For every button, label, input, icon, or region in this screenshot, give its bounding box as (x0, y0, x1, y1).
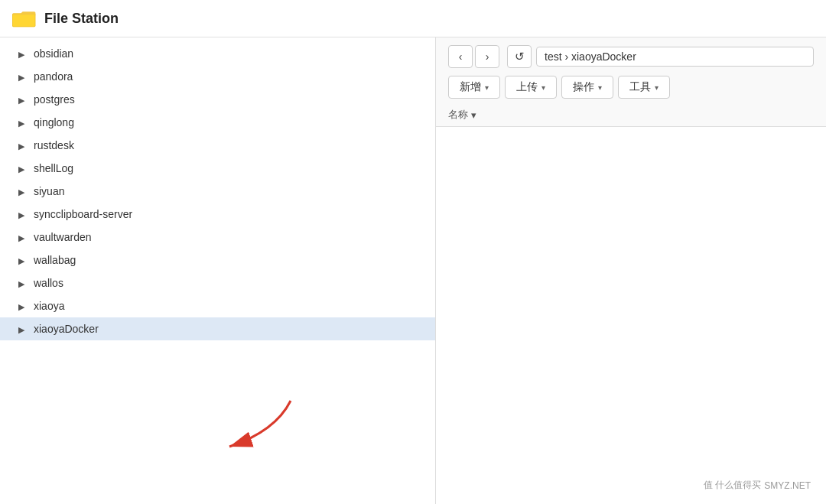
sidebar-expand-arrow: ▶ (18, 279, 26, 287)
sidebar-expand-arrow: ▶ (18, 210, 26, 218)
sidebar-item-postgres[interactable]: ▶postgres (0, 88, 435, 111)
folder-icon (12, 8, 37, 29)
sidebar-expand-arrow: ▶ (18, 50, 26, 57)
back-button[interactable]: ‹ (448, 45, 473, 68)
sidebar-item-wallos[interactable]: ▶wallos (0, 272, 435, 294)
sidebar-item-label: wallabag (34, 254, 76, 266)
main-layout: ▶obsidian▶pandora▶postgres▶qinglong▶rust… (0, 37, 826, 504)
action-button[interactable]: 操作 ▾ (561, 76, 613, 99)
tools-button[interactable]: 工具 ▾ (618, 76, 670, 99)
sidebar-item-label: qinglong (34, 116, 74, 128)
sidebar-expand-arrow: ▶ (18, 256, 26, 264)
sidebar-expand-arrow: ▶ (18, 325, 26, 333)
sidebar-item-label: vaultwarden (34, 231, 92, 243)
watermark: 值 什么值得买 SMYZ.NET (704, 479, 811, 492)
sidebar-item-label: shellLog (34, 162, 73, 174)
sidebar-item-shelllog[interactable]: ▶shellLog (0, 157, 435, 180)
tools-dropdown-arrow: ▾ (655, 83, 659, 92)
sidebar-item-vaultwarden[interactable]: ▶vaultwarden (0, 226, 435, 249)
breadcrumb: test › xiaoyaDocker (536, 47, 814, 67)
sidebar-item-label: postgres (34, 93, 75, 106)
sidebar: ▶obsidian▶pandora▶postgres▶qinglong▶rust… (0, 37, 436, 504)
sidebar-expand-arrow: ▶ (18, 233, 26, 241)
sidebar-item-siyuan[interactable]: ▶siyuan (0, 180, 435, 203)
sidebar-item-label: rustdesk (34, 139, 74, 151)
sidebar-item-label: siyuan (34, 185, 64, 197)
sidebar-item-qinglong[interactable]: ▶qinglong (0, 111, 435, 134)
new-dropdown-arrow: ▾ (485, 83, 489, 92)
app-title: File Station (44, 11, 119, 27)
forward-button[interactable]: › (475, 45, 499, 68)
refresh-button[interactable]: ↺ (507, 45, 532, 68)
sidebar-item-label: obsidian (34, 47, 73, 60)
sidebar-item-syncclipboard-server[interactable]: ▶syncclipboard-server (0, 203, 435, 226)
sidebar-item-wallabag[interactable]: ▶wallabag (0, 249, 435, 272)
svg-rect-2 (13, 15, 35, 26)
sidebar-item-label: syncclipboard-server (34, 208, 132, 220)
sidebar-item-xiaoyadocker[interactable]: ▶xiaoyaDocker (0, 317, 435, 340)
sidebar-expand-arrow: ▶ (18, 119, 26, 126)
sidebar-item-label: xiaoyaDocker (34, 323, 99, 335)
sidebar-item-label: xiaoya (34, 300, 64, 312)
column-header: 名称 ▾ (436, 103, 826, 127)
nav-toolbar: ‹ › ↺ test › xiaoyaDocker (436, 37, 826, 73)
sidebar-expand-arrow: ▶ (18, 141, 26, 149)
upload-button[interactable]: 上传 ▾ (505, 76, 557, 99)
right-panel: ‹ › ↺ test › xiaoyaDocker 新增 ▾ 上传 ▾ 操作 (436, 37, 826, 504)
file-list-area (436, 127, 826, 504)
sidebar-expand-arrow: ▶ (18, 164, 26, 172)
sidebar-item-pandora[interactable]: ▶pandora (0, 65, 435, 88)
nav-button-group: ‹ › (448, 45, 499, 68)
app-header: File Station (0, 0, 826, 37)
sidebar-item-rustdesk[interactable]: ▶rustdesk (0, 134, 435, 157)
sidebar-item-label: wallos (34, 277, 63, 289)
sidebar-expand-arrow: ▶ (18, 302, 26, 310)
sidebar-item-label: pandora (34, 70, 73, 83)
sidebar-item-xiaoya[interactable]: ▶xiaoya (0, 294, 435, 317)
sidebar-expand-arrow: ▶ (18, 96, 26, 103)
upload-dropdown-arrow: ▾ (541, 83, 545, 92)
name-column-header[interactable]: 名称 ▾ (448, 108, 476, 122)
action-toolbar: 新增 ▾ 上传 ▾ 操作 ▾ 工具 ▾ (436, 73, 826, 103)
new-button[interactable]: 新增 ▾ (448, 76, 500, 99)
sidebar-item-obsidian[interactable]: ▶obsidian (0, 42, 435, 65)
action-dropdown-arrow: ▾ (598, 83, 602, 92)
sidebar-expand-arrow: ▶ (18, 187, 26, 195)
sidebar-expand-arrow: ▶ (18, 73, 26, 80)
